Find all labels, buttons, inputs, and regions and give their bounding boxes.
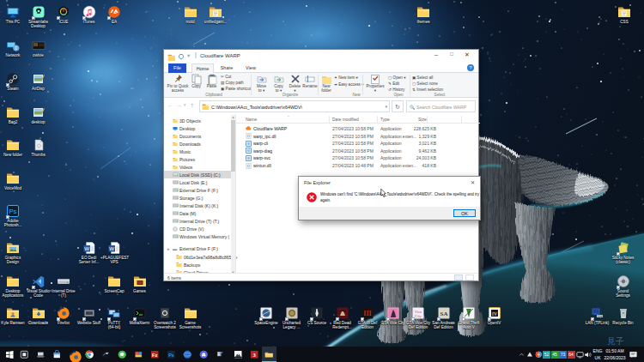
svg-text:III: III	[363, 310, 371, 317]
svg-text:IV: IV	[492, 311, 497, 317]
svg-text:Ps: Ps	[168, 352, 174, 357]
svg-text:Fz: Fz	[152, 352, 158, 357]
svg-text:W: W	[84, 246, 89, 251]
svg-text:SA: SA	[440, 311, 447, 317]
svg-text:W: W	[109, 246, 114, 251]
svg-text:見子: 見子	[607, 336, 624, 346]
svg-text:Ps: Ps	[9, 208, 17, 215]
svg-text:Vice: Vice	[415, 310, 422, 314]
svg-text:City: City	[415, 314, 422, 318]
